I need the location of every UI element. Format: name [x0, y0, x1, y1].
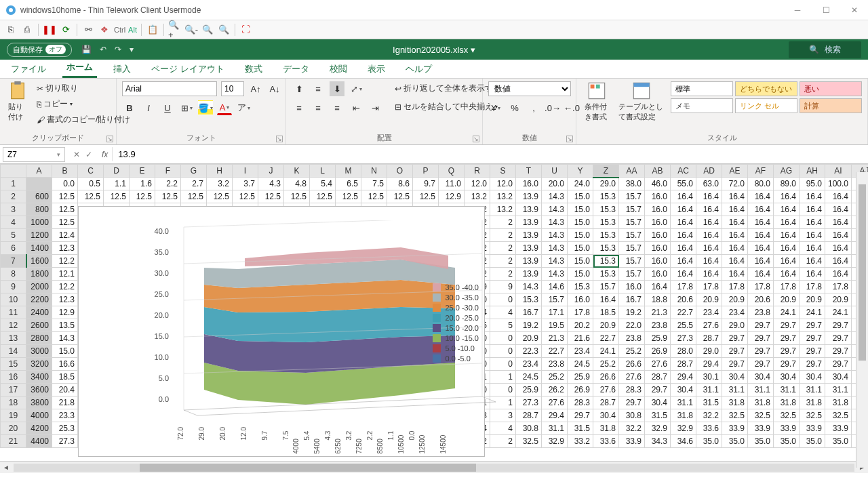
cell[interactable]: 18.5 [52, 371, 78, 384]
cell[interactable]: 16.7 [516, 306, 542, 319]
font-color-button[interactable]: A [217, 100, 232, 115]
cell[interactable]: 33.9 [748, 422, 774, 435]
cell[interactable]: 28.7 [696, 332, 722, 345]
cell[interactable]: 24.1 [593, 345, 619, 358]
cell[interactable]: 4000 [26, 409, 52, 422]
align-right-icon[interactable]: ≡ [330, 100, 344, 115]
cell[interactable]: 1200 [26, 229, 52, 242]
cell[interactable]: 33.9 [825, 422, 852, 435]
align-left-icon[interactable]: ≡ [292, 100, 307, 115]
cell[interactable] [26, 178, 52, 190]
column-header[interactable]: AA [619, 165, 645, 178]
cell[interactable]: 16.4 [825, 190, 852, 203]
style-link[interactable]: リンク セル [735, 98, 797, 113]
cell[interactable]: 13.9 [516, 255, 542, 268]
cell[interactable]: 1600 [26, 255, 52, 268]
cell[interactable]: 16.4 [774, 242, 800, 255]
cell[interactable]: 4.8 [284, 178, 310, 190]
cell[interactable]: 18.5 [593, 306, 619, 319]
pause-icon[interactable]: ❚❚ [43, 23, 56, 37]
cell[interactable]: 2000 [26, 281, 52, 293]
cell[interactable]: 16.4 [645, 281, 671, 293]
cell[interactable]: 27.6 [542, 396, 568, 409]
cell[interactable]: 32.5 [825, 409, 852, 422]
tab-formulas[interactable]: 数式 [241, 60, 267, 78]
scroll-left-icon[interactable]: ◄ [0, 464, 12, 471]
cell[interactable]: 12.5 [413, 190, 439, 203]
format-as-table-button[interactable]: テーブルとして書式設定 [616, 81, 667, 122]
cell[interactable]: 16.4 [722, 216, 748, 229]
cell[interactable]: 24.1 [825, 306, 852, 319]
cell[interactable]: 35.0 [800, 435, 825, 448]
row-header[interactable]: 19 [1, 409, 26, 422]
column-header[interactable]: D [104, 165, 130, 178]
cell[interactable]: 23.4 [568, 345, 593, 358]
cell[interactable]: 20.0 [542, 178, 568, 190]
cell[interactable]: 28.3 [619, 384, 645, 396]
cell[interactable]: 12.5 [284, 190, 310, 203]
cell[interactable]: 22.7 [542, 345, 568, 358]
cell[interactable]: 15.3 [516, 293, 542, 306]
cell[interactable]: 19.2 [619, 306, 645, 319]
cell[interactable]: 35.0 [774, 435, 800, 448]
conditional-format-button[interactable]: 条件付き書式 [582, 81, 612, 122]
cell[interactable]: 28.7 [516, 409, 542, 422]
cell[interactable]: 31.5 [645, 409, 671, 422]
cell[interactable]: 29.7 [748, 345, 774, 358]
cell[interactable]: 15.3 [593, 242, 619, 255]
row-header[interactable]: 20 [1, 422, 26, 435]
cell[interactable]: 8.6 [387, 178, 413, 190]
cell[interactable]: 16.4 [722, 190, 748, 203]
dialog-launcher[interactable]: ↘ [276, 136, 283, 142]
cell[interactable]: 27.3 [516, 396, 542, 409]
row-header[interactable]: 1 [1, 178, 26, 190]
cell[interactable]: 15.0 [568, 203, 593, 216]
cell[interactable]: 15.0 [568, 190, 593, 203]
cell[interactable]: 29.7 [825, 358, 852, 371]
scroll-thumb[interactable] [859, 184, 866, 361]
align-middle-icon[interactable]: ≡ [311, 81, 326, 96]
cell[interactable]: 1000 [26, 216, 52, 229]
style-memo[interactable]: メモ [671, 98, 733, 113]
cell[interactable]: 32.5 [774, 409, 800, 422]
column-header[interactable]: R [465, 165, 490, 178]
cell[interactable]: 16.4 [722, 203, 748, 216]
tab-layout[interactable]: ページ レイアウト [147, 60, 229, 78]
row-header[interactable]: 8 [1, 268, 26, 281]
cell[interactable]: 29.0 [593, 178, 619, 190]
cell[interactable]: 35.0 [696, 435, 722, 448]
cell[interactable]: 29.7 [722, 345, 748, 358]
cell[interactable]: 38.0 [619, 178, 645, 190]
scroll-thumb[interactable] [140, 464, 476, 472]
column-header[interactable]: O [387, 165, 413, 178]
cell[interactable]: 12.0 [465, 178, 490, 190]
cell[interactable]: 17.8 [774, 281, 800, 293]
cell[interactable]: 12.9 [52, 306, 78, 319]
decrease-font-icon[interactable]: A↓ [267, 81, 282, 96]
cell[interactable]: 16.4 [774, 190, 800, 203]
cell[interactable]: 29.7 [774, 358, 800, 371]
cell[interactable]: 31.8 [825, 396, 852, 409]
font-name-select[interactable] [122, 81, 217, 96]
cell[interactable]: 4200 [26, 422, 52, 435]
column-header[interactable]: Y [568, 165, 593, 178]
cell[interactable]: 16.0 [645, 268, 671, 281]
cell[interactable]: 21.6 [568, 332, 593, 345]
cell[interactable]: 17.1 [542, 306, 568, 319]
cell[interactable]: 9.7 [413, 178, 439, 190]
cell[interactable]: 25.9 [645, 332, 671, 345]
cell[interactable]: 12.5 [130, 190, 155, 203]
cell[interactable]: 14.3 [516, 281, 542, 293]
row-header[interactable]: 9 [1, 281, 26, 293]
cell[interactable]: 7.5 [361, 178, 387, 190]
cell[interactable]: 29.7 [800, 345, 825, 358]
cell[interactable]: 16.4 [748, 268, 774, 281]
undo-icon[interactable]: ↶ [100, 45, 106, 54]
cell[interactable]: 33.6 [593, 435, 619, 448]
cell[interactable]: 29.7 [619, 396, 645, 409]
vertical-scrollbar[interactable] [856, 172, 868, 468]
style-calc[interactable]: 計算 [800, 98, 862, 113]
column-header[interactable]: N [361, 165, 387, 178]
cell[interactable]: 12.5 [52, 203, 78, 216]
cell[interactable]: 29.7 [748, 358, 774, 371]
